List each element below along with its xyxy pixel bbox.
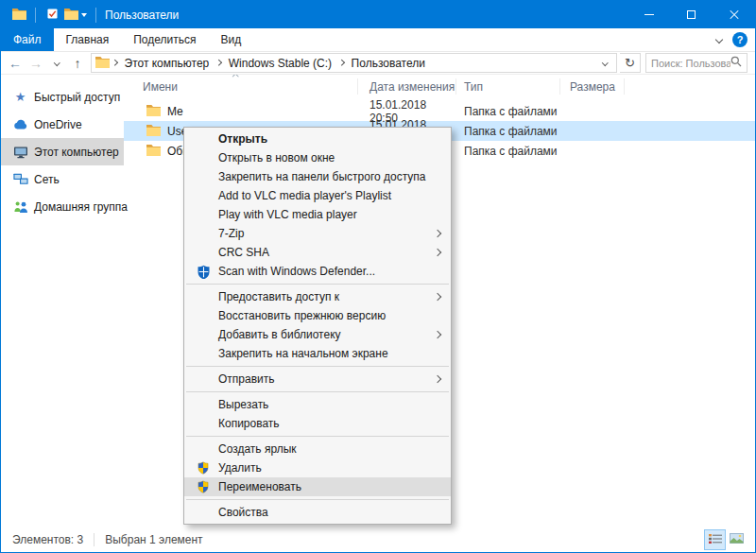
- column-header-0[interactable]: Имени: [124, 78, 358, 95]
- submenu-chevron-icon: [434, 249, 441, 256]
- menu-item-0[interactable]: Открыть: [184, 130, 451, 148]
- menu-item-label: Свойства: [218, 506, 268, 519]
- qat-new-folder-button[interactable]: [61, 5, 80, 26]
- search-input[interactable]: [651, 58, 730, 69]
- menu-item-17[interactable]: Копировать: [184, 414, 451, 433]
- row-type: Папка с файлами: [456, 105, 560, 118]
- menu-item-6[interactable]: CRC SHA: [184, 243, 451, 262]
- breadcrumb-chevron-icon[interactable]: [112, 60, 117, 65]
- menu-item-14[interactable]: Отправить: [184, 370, 451, 389]
- status-divider: [94, 533, 94, 546]
- sort-ascending-icon: [232, 75, 238, 79]
- details-view-icon: [709, 533, 722, 547]
- menu-item-21[interactable]: Переименовать: [184, 477, 451, 496]
- uac-shield-icon: [194, 461, 213, 475]
- menu-item-label: Scan with Windows Defender...: [218, 265, 375, 278]
- menu-item-5[interactable]: 7-Zip: [184, 224, 451, 243]
- breadcrumb-item-2[interactable]: Пользователи: [347, 57, 430, 70]
- uac-shield-icon: [194, 480, 213, 493]
- breadcrumb-item-1[interactable]: Windows Stable (C:): [224, 57, 336, 70]
- menu-item-9[interactable]: Предоставить доступ к: [184, 287, 451, 306]
- expand-ribbon-chevron-icon[interactable]: [715, 36, 723, 43]
- address-dropdown-chevron-icon[interactable]: [602, 60, 608, 65]
- qat-customize-caret[interactable]: [81, 13, 87, 17]
- ribbon-tab-1[interactable]: Главная: [54, 28, 122, 51]
- details-view-button[interactable]: [704, 529, 726, 550]
- ribbon-tabs-container: ФайлГлавнаяПоделитьсяВид: [1, 28, 253, 51]
- menu-item-4[interactable]: Play with VLC media player: [184, 205, 451, 224]
- up-button[interactable]: ↑: [67, 53, 88, 74]
- ribbon-tab-3[interactable]: Вид: [208, 28, 253, 51]
- menu-item-label: Закрепить на начальном экране: [218, 347, 388, 360]
- computer-icon: [12, 146, 28, 159]
- row-name: Me: [167, 105, 183, 118]
- view-buttons: [704, 529, 747, 550]
- menu-item-11[interactable]: Добавить в библиотеку: [184, 325, 451, 344]
- menu-item-1[interactable]: Открыть в новом окне: [184, 148, 451, 167]
- submenu-chevron-icon: [434, 331, 441, 338]
- sidebar-item-label: Домашняя группа: [34, 200, 128, 214]
- titlebar-separator2: [95, 8, 96, 23]
- minimize-icon: [644, 14, 654, 15]
- menu-item-10[interactable]: Восстановить прежнюю версию: [184, 306, 451, 325]
- folder-icon: [146, 104, 161, 119]
- menu-item-20[interactable]: Удалить: [184, 458, 451, 477]
- menu-item-label: 7-Zip: [218, 227, 244, 240]
- menu-separator: [186, 366, 449, 367]
- breadcrumb-item-0[interactable]: Этот компьютер: [120, 57, 215, 70]
- menu-item-12[interactable]: Закрепить на начальном экране: [184, 344, 451, 363]
- submenu-chevron-icon: [434, 375, 441, 383]
- breadcrumb-chevron-icon[interactable]: [338, 60, 344, 65]
- back-button[interactable]: ←: [5, 53, 26, 74]
- sidebar-item-1[interactable]: OneDrive: [1, 111, 124, 138]
- row-name-cell: Me: [124, 104, 358, 119]
- help-icon[interactable]: ?: [732, 32, 747, 47]
- menu-item-19[interactable]: Создать ярлык: [184, 440, 451, 458]
- sidebar-item-label: Этот компьютер: [34, 146, 119, 159]
- menu-item-3[interactable]: Add to VLC media player's Playlist: [184, 186, 451, 205]
- search-icon[interactable]: [730, 56, 742, 70]
- menu-item-16[interactable]: Вырезать: [184, 395, 451, 414]
- status-bar: Элементов: 3 Выбран 1 элемент: [1, 527, 755, 552]
- row-type: Папка с файлами: [456, 125, 560, 138]
- sidebar-item-0[interactable]: ★Быстрый доступ: [1, 83, 124, 111]
- explorer-window: Пользователи ФайлГлавнаяПоделитьсяВид ? …: [0, 0, 756, 553]
- sidebar-item-2[interactable]: Этот компьютер: [1, 138, 124, 165]
- column-header-3[interactable]: Размера: [560, 78, 625, 95]
- ribbon-tabs: ФайлГлавнаяПоделитьсяВид ?: [1, 28, 755, 52]
- column-header-1[interactable]: Дата изменения: [358, 78, 456, 95]
- column-header-label: Размера: [570, 80, 615, 94]
- qat-properties-button[interactable]: [43, 5, 61, 26]
- folder-icon: [146, 124, 161, 139]
- recent-locations-button[interactable]: [46, 53, 67, 74]
- refresh-button[interactable]: ↻: [620, 53, 641, 73]
- menu-item-label: CRC SHA: [218, 246, 269, 259]
- star-icon: ★: [12, 91, 28, 103]
- address-field[interactable]: Этот компьютерWindows Stable (C:)Пользов…: [91, 53, 617, 73]
- menu-item-7[interactable]: Scan with Windows Defender...: [184, 262, 451, 281]
- selection-count: Выбран 1 элемент: [105, 533, 202, 546]
- sidebar-item-4[interactable]: Домашняя группа: [1, 193, 124, 220]
- column-header-2[interactable]: Тип: [456, 78, 560, 95]
- minimize-button[interactable]: [627, 1, 670, 28]
- menu-item-label: Отправить: [218, 372, 275, 386]
- close-button[interactable]: [713, 1, 755, 28]
- submenu-chevron-icon: [434, 293, 441, 301]
- menu-item-23[interactable]: Свойства: [184, 503, 451, 522]
- menu-item-label: Открыть в новом окне: [218, 151, 335, 164]
- menu-item-label: Вырезать: [218, 398, 268, 411]
- menu-separator: [186, 284, 449, 285]
- ribbon-tab-2[interactable]: Поделиться: [121, 28, 208, 51]
- app-folder-icon[interactable]: [9, 5, 28, 26]
- thumbnails-view-button[interactable]: [726, 529, 747, 550]
- ribbon-tab-0[interactable]: Файл: [1, 28, 54, 51]
- cloud-icon: [12, 119, 28, 130]
- forward-button[interactable]: →: [26, 53, 46, 74]
- sidebar-item-3[interactable]: Сеть: [1, 165, 124, 193]
- breadcrumb-chevron-icon[interactable]: [215, 60, 221, 65]
- menu-item-2[interactable]: Закрепить на панели быстрого доступа: [184, 167, 451, 186]
- menu-item-label: Создать ярлык: [218, 442, 297, 456]
- chevron-down-icon: [54, 60, 60, 65]
- menu-item-label: Добавить в библиотеку: [218, 328, 341, 341]
- maximize-button[interactable]: [670, 1, 713, 28]
